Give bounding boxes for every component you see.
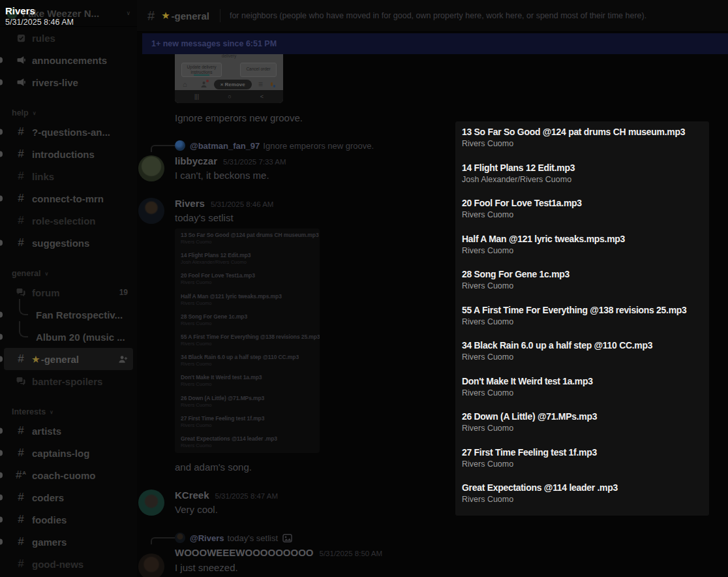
category-interests[interactable]: Interests∨ [0, 392, 137, 420]
sidebar-item-announcements[interactable]: announcements [0, 49, 137, 71]
sidebar-item-general[interactable]: #★-general [4, 348, 133, 370]
sidebar-item-coders[interactable]: #coders [0, 486, 137, 508]
track-title: 13 So Far So Good @124 pat drums CH muse… [181, 232, 320, 238]
star-icon: ★ [32, 354, 40, 364]
sidebar-item-good-news[interactable]: #good-news [0, 553, 137, 575]
hash-icon: # [14, 557, 27, 570]
category-label: help [12, 108, 29, 117]
username[interactable]: Rivers [175, 198, 205, 209]
avatar[interactable] [138, 198, 164, 224]
sidebar-item-gamers[interactable]: #gamers [0, 531, 137, 553]
sidebar-item-album-20-music[interactable]: Album 20 (music ... [0, 326, 137, 348]
message-text: I just sneezed. [175, 562, 238, 573]
sidebar-item-artists[interactable]: #artists [0, 420, 137, 442]
home-icon: ⌂ [183, 80, 187, 88]
sidebar-item-captains-log[interactable]: #captains-log [0, 442, 137, 464]
divider [220, 9, 220, 22]
forum-icon [14, 287, 27, 298]
reply-username[interactable]: @Rivers [190, 533, 224, 543]
magnifier-panel: 13 So Far So Good @124 pat drums CH muse… [455, 121, 709, 516]
attachment-image-phone[interactable]: delivery Update delivery instructions Ca… [175, 46, 283, 103]
username[interactable]: WOOOWEEEWOOOOOOOOO [175, 547, 314, 558]
reply-context[interactable]: @Rivers today's setlist [175, 532, 292, 544]
track-artist: Rivers Cuomo [462, 139, 709, 148]
category-help[interactable]: help∨ [0, 93, 137, 121]
hash-icon: # [14, 214, 27, 227]
hash-icon: # [14, 424, 27, 437]
timestamp: 5/31/2025 8:50 AM [320, 550, 383, 557]
hash-icon: # [14, 148, 27, 161]
reply-text: Ignore emperors new groove. [263, 141, 374, 151]
track-artist: Rivers Cuomo [462, 281, 709, 290]
sidebar-item-rivers-live[interactable]: rivers-live [0, 71, 137, 93]
chevron-down-icon: ∨ [50, 409, 53, 415]
setlist-track: 14 Flight Plans 12 Edit.mp3Josh Alexande… [462, 163, 709, 198]
setlist-track: Great Expectations @114 leader .mp3River… [462, 482, 709, 516]
tooltip-author: Rivers [5, 5, 74, 16]
sidebar-item-foodies[interactable]: #foodies [0, 508, 137, 531]
sidebar-item-banter-spoilers[interactable]: banter-spoilers [0, 370, 137, 392]
sidebar-item-questions-an[interactable]: #?-questions-an... [0, 121, 137, 143]
track-artist: Rivers Cuomo [181, 320, 320, 326]
sidebar-item-coach-cuomo[interactable]: #Acoach-cuomo [0, 464, 137, 486]
sidebar-item-links[interactable]: #links [0, 165, 137, 187]
sidebar-item-introductions[interactable]: #introductions [0, 143, 137, 165]
channel-topic[interactable]: for neighbors (people who have moved in … [230, 11, 646, 20]
category-label: general [12, 269, 40, 278]
timestamp: 5/31/2025 8:46 AM [211, 200, 274, 208]
chevron-down-icon: ∨ [126, 10, 130, 16]
avatar[interactable] [138, 155, 164, 181]
setlist-track: 28 Song For Gene 1c.mp3Rivers Cuomo [181, 313, 320, 334]
channel-name: coach-cuomo [32, 470, 96, 481]
username[interactable]: libbyczar [175, 155, 217, 166]
avatar[interactable] [138, 490, 164, 516]
message-text: Ignore emperors new groove. [175, 112, 303, 123]
track-artist: Rivers Cuomo [181, 422, 320, 428]
track-artist: Rivers Cuomo [462, 210, 709, 219]
invite-people-icon[interactable] [118, 354, 128, 364]
sidebar-item-rules[interactable]: rules [0, 27, 137, 49]
sidebar-item-role-selection[interactable]: #role-selection [0, 210, 137, 232]
hash-icon: # [14, 352, 27, 366]
new-messages-bar[interactable]: 1+ new messages since 6:51 PM [142, 33, 728, 54]
track-title: Don't Make It Weird test 1a.mp3 [181, 374, 320, 381]
track-title: 26 Down (A Little) @71.MPs.mp3 [462, 411, 709, 422]
channel-name: coders [32, 492, 64, 503]
channel-name: gamers [32, 537, 67, 548]
channel-name: captains-log [32, 448, 89, 459]
channel-list: rulesannouncementsrivers-livehelp∨#?-que… [0, 27, 137, 575]
track-artist: Rivers Cuomo [181, 341, 320, 347]
track-title: 27 First Time Feeling test 1f.mp3 [462, 447, 709, 458]
forum-count-badge: 19 [119, 288, 132, 297]
phone-partial-text: delivery [175, 54, 283, 58]
channel-name: -general [41, 354, 79, 365]
attachment-image-setlist[interactable]: 13 So Far So Good @124 pat drums CH muse… [175, 228, 320, 453]
track-title: 34 Black Rain 6.0 up a half step @110 CC… [181, 354, 320, 360]
person-icon [200, 81, 207, 88]
track-title: 55 A First Time For Everything @138 revi… [462, 305, 709, 315]
setlist-track: 55 A First Time For Everything @138 revi… [462, 305, 709, 341]
hash-icon: # [147, 8, 155, 23]
channel-sidebar: ✓ Fake Weezer N... ∨ rulesannouncementsr… [0, 0, 137, 577]
sidebar-item-connect-to-mrn[interactable]: #connect-to-mrn [0, 187, 137, 210]
channel-name: links [32, 171, 54, 182]
reply-username[interactable]: @batman_fan_97 [190, 141, 260, 151]
channel-name: artists [32, 426, 61, 437]
username[interactable]: KCreek [175, 490, 209, 501]
track-artist: Rivers Cuomo [181, 361, 320, 367]
channel-name: connect-to-mrn [32, 193, 104, 204]
category-label: Interests [12, 407, 46, 416]
reply-context[interactable]: @batman_fan_97 Ignore emperors new groov… [175, 140, 374, 151]
chevron-down-icon: ∨ [33, 110, 37, 116]
track-title: Don't Make It Weird test 1a.mp3 [462, 376, 709, 386]
setlist-track: 34 Black Rain 6.0 up a half step @110 CC… [181, 354, 320, 374]
setlist-track: 28 Song For Gene 1c.mp3Rivers Cuomo [462, 269, 709, 305]
track-title: 13 So Far So Good @124 pat drums CH muse… [462, 127, 709, 137]
sidebar-item-suggestions[interactable]: #suggestions [0, 232, 137, 254]
avatar[interactable] [138, 554, 164, 577]
track-title: 20 Fool For Love Test1a.mp3 [462, 198, 709, 208]
track-artist: Rivers Cuomo [181, 402, 320, 408]
category-general[interactable]: general∨ [0, 254, 137, 281]
timestamp: 5/31/2025 7:33 AM [223, 158, 286, 166]
message-header: KCreek 5/31/2025 8:47 AM [175, 490, 278, 501]
